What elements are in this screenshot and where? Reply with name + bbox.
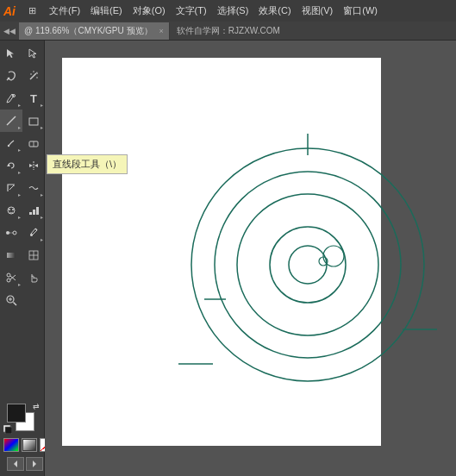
- menu-select[interactable]: 选择(S): [213, 3, 253, 19]
- svg-point-20: [6, 231, 9, 235]
- zoom-tool-button[interactable]: [0, 289, 22, 311]
- svg-point-30: [7, 279, 10, 282]
- scale-tool-button[interactable]: ▸: [0, 177, 22, 199]
- pen-tool-button[interactable]: ▸: [0, 87, 22, 110]
- tab-close-button[interactable]: ×: [159, 27, 164, 35]
- scissors-tool-button[interactable]: ▸: [0, 266, 22, 289]
- menu-effect[interactable]: 效果(C): [254, 3, 295, 19]
- menu-text[interactable]: 文字(T): [172, 3, 211, 19]
- active-tab[interactable]: @ 119.66%（CMYK/GPU 预览） ×: [19, 22, 170, 40]
- svg-point-4: [36, 77, 38, 78]
- swap-colors-button[interactable]: ⇄: [33, 402, 40, 410]
- app-logo: Ai: [3, 4, 16, 18]
- svg-point-44: [237, 194, 378, 335]
- tool-row-10: [0, 244, 44, 266]
- canvas-area: [45, 41, 456, 476]
- type-tool-button[interactable]: T ▸: [22, 87, 45, 110]
- tool-row-11: ▸: [0, 266, 44, 289]
- menu-object[interactable]: 对象(O): [128, 3, 170, 19]
- svg-rect-7: [29, 118, 38, 125]
- next-artboard-button[interactable]: [26, 457, 43, 471]
- svg-rect-19: [36, 207, 39, 215]
- reflect-tool-button[interactable]: [22, 154, 45, 177]
- shape-tool-button[interactable]: ▸: [22, 110, 45, 132]
- lasso-tool-button[interactable]: [0, 65, 22, 87]
- svg-point-43: [215, 172, 401, 358]
- svg-line-6: [7, 116, 16, 125]
- gradient-tool-button[interactable]: [0, 244, 22, 266]
- hand-tool-button[interactable]: [22, 266, 45, 289]
- svg-point-45: [270, 227, 346, 303]
- menu-window[interactable]: 窗口(W): [339, 3, 382, 19]
- tool-row-8: ▸ ▸: [0, 199, 44, 222]
- svg-rect-18: [33, 210, 35, 215]
- svg-point-21: [13, 231, 16, 235]
- tab-bar: ◀◀ @ 119.66%（CMYK/GPU 预览） × 软件自学网：RJZXW.…: [0, 22, 456, 41]
- line-tool-button[interactable]: ▸: [0, 110, 22, 132]
- collapse-button[interactable]: ◀◀: [3, 25, 16, 37]
- blend-tool-button[interactable]: [0, 222, 22, 244]
- artwork-svg: [45, 41, 456, 476]
- magic-wand-tool-button[interactable]: [22, 65, 45, 87]
- svg-point-42: [191, 148, 424, 381]
- svg-line-23: [35, 229, 37, 230]
- foreground-color-swatch[interactable]: [7, 404, 26, 423]
- color-section: ⇄: [0, 397, 44, 476]
- menu-bar: Ai ⊞ 文件(F) 编辑(E) 对象(O) 文字(T) 选择(S) 效果(C)…: [0, 0, 456, 22]
- svg-point-15: [9, 209, 10, 210]
- warp-tool-button[interactable]: ▸: [22, 177, 45, 199]
- svg-line-35: [14, 303, 17, 306]
- tool-row-4: ▸ ▸: [0, 110, 44, 132]
- artboard-navigation: [3, 457, 47, 471]
- tool-row-5: ▸: [0, 132, 44, 154]
- svg-point-3: [33, 71, 34, 72]
- tool-row-9: ▸: [0, 222, 44, 244]
- menu-file[interactable]: 文件(F): [45, 3, 84, 19]
- svg-marker-11: [7, 164, 10, 166]
- eyedropper-tool-button[interactable]: ▸: [22, 222, 45, 244]
- tab-info-text: @ 119.66%（CMYK/GPU 预览）: [24, 25, 153, 37]
- tool-row-6: ▸: [0, 154, 44, 177]
- svg-point-16: [12, 209, 14, 210]
- svg-point-29: [7, 273, 10, 277]
- toolbar: ▸ T ▸ ▸ ▸: [0, 41, 45, 476]
- graph-tool-button[interactable]: ▸: [22, 199, 45, 222]
- prev-artboard-button[interactable]: [7, 457, 24, 471]
- svg-point-2: [30, 73, 32, 75]
- tool-row-12: [0, 289, 44, 311]
- direct-selection-tool-button[interactable]: [22, 42, 45, 65]
- svg-point-8: [8, 145, 9, 147]
- reset-colors-button[interactable]: [3, 424, 12, 433]
- svg-point-24: [30, 234, 33, 236]
- svg-rect-25: [7, 253, 16, 258]
- tool-row-7: ▸ ▸: [0, 177, 44, 199]
- gradient-mode-button[interactable]: [22, 438, 37, 452]
- pencil-tool-button[interactable]: ▸: [0, 132, 22, 154]
- svg-point-47: [323, 246, 344, 266]
- svg-marker-40: [14, 460, 17, 467]
- svg-rect-17: [29, 212, 32, 215]
- menu-items: 文件(F) 编辑(E) 对象(O) 文字(T) 选择(S) 效果(C) 视图(V…: [45, 3, 382, 19]
- menu-edit[interactable]: 编辑(E): [86, 3, 127, 19]
- rotate-tool-button[interactable]: ▸: [0, 154, 22, 177]
- symbol-tool-button[interactable]: ▸: [0, 199, 22, 222]
- main-layout: ▸ T ▸ ▸ ▸: [0, 41, 456, 476]
- menu-view[interactable]: 视图(V): [297, 3, 338, 19]
- tool-row-2: [0, 65, 44, 87]
- svg-marker-41: [33, 460, 36, 467]
- tool-row-1: [0, 42, 44, 65]
- selection-tool-button[interactable]: [0, 42, 22, 65]
- color-mode-button[interactable]: [3, 438, 19, 452]
- eraser-tool-button[interactable]: [22, 132, 45, 154]
- tool-row-3: ▸ T ▸: [0, 87, 44, 110]
- svg-rect-39: [5, 427, 12, 434]
- svg-line-31: [10, 276, 16, 280]
- mesh-tool-button[interactable]: [22, 244, 45, 266]
- svg-line-32: [10, 275, 16, 279]
- app-icon[interactable]: ⊞: [22, 2, 41, 21]
- site-info: 软件自学网：RJZXW.COM: [177, 25, 280, 37]
